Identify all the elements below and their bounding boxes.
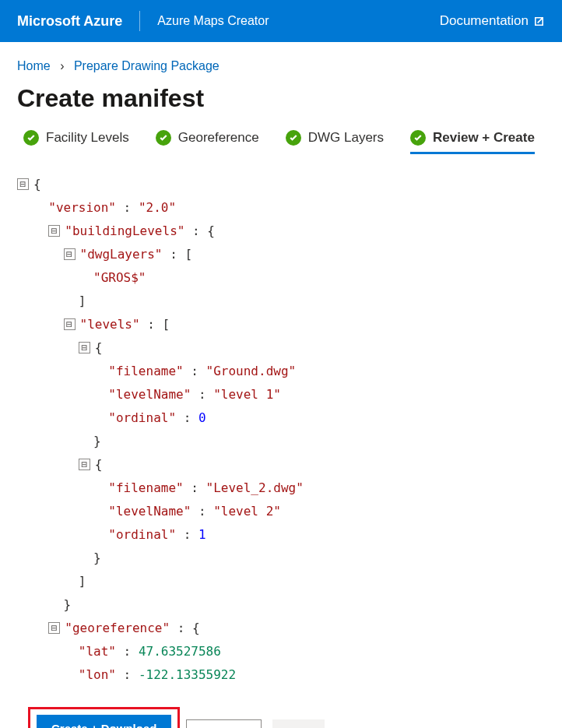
json-colon: : { <box>184 220 215 243</box>
json-value: 1 <box>198 523 206 547</box>
json-bracket: : [ <box>163 243 193 266</box>
json-value: -122.13355922 <box>139 663 236 687</box>
check-circle-icon <box>286 130 301 146</box>
json-bracket: ] <box>33 570 86 593</box>
json-key: "filename" <box>108 477 183 500</box>
json-key: "levels" <box>80 313 140 336</box>
json-key: "ordinal" <box>108 406 176 430</box>
top-bar-divider <box>139 11 140 31</box>
top-bar: Microsoft Azure Azure Maps Creator Docum… <box>0 0 562 42</box>
json-key: "version" <box>48 196 116 220</box>
json-key: "dwgLayers" <box>80 243 163 266</box>
documentation-link[interactable]: Documentation <box>440 13 545 29</box>
collapse-toggle-icon[interactable]: ⊟ <box>79 342 90 353</box>
json-key: "georeference" <box>65 617 170 640</box>
json-key: "lon" <box>79 663 116 687</box>
tab-label: Georeference <box>178 130 259 146</box>
tab-review-create[interactable]: Review + Create <box>410 130 535 154</box>
json-value: 0 <box>198 406 206 430</box>
json-value: "Level_2.dwg" <box>206 477 304 500</box>
collapse-toggle-icon[interactable]: ⊟ <box>48 225 60 237</box>
check-circle-icon <box>410 130 426 146</box>
footer-actions: Create + Download Previous Next <box>0 702 562 728</box>
collapse-toggle-icon[interactable]: ⊟ <box>64 248 76 260</box>
json-brace: { <box>95 336 103 360</box>
tab-georeference[interactable]: Georeference <box>156 130 259 154</box>
tab-label: DWG Layers <box>308 130 384 146</box>
check-circle-icon <box>23 130 39 146</box>
json-viewer: ⊟{ "version" : "2.0" ⊟"buildingLevels" :… <box>0 162 562 702</box>
tab-dwg-layers[interactable]: DWG Layers <box>286 130 384 154</box>
json-bracket: ] <box>33 290 86 313</box>
json-brace: : { <box>170 617 200 640</box>
stepper-tabs: Facility Levels Georeference DWG Layers … <box>0 130 562 162</box>
brand-logo[interactable]: Microsoft Azure <box>17 13 139 30</box>
collapse-toggle-icon[interactable]: ⊟ <box>48 622 60 634</box>
breadcrumb-separator: › <box>60 59 64 72</box>
json-value: "2.0" <box>139 196 176 220</box>
json-line <box>33 196 48 220</box>
json-key: "levelName" <box>108 383 191 406</box>
breadcrumb-page[interactable]: Prepare Drawing Package <box>74 59 220 72</box>
json-brace: } <box>33 430 101 453</box>
tab-facility-levels[interactable]: Facility Levels <box>23 130 129 154</box>
json-brace: } <box>33 547 101 570</box>
json-key: "filename" <box>108 360 183 383</box>
json-bracket: : [ <box>140 313 170 336</box>
collapse-toggle-icon[interactable]: ⊟ <box>64 318 76 330</box>
tab-label: Review + Create <box>433 130 535 146</box>
json-value: "level 1" <box>213 383 281 406</box>
json-key: "levelName" <box>108 500 191 523</box>
json-value: "Ground.dwg" <box>206 360 297 383</box>
documentation-label: Documentation <box>440 13 529 29</box>
create-download-button[interactable]: Create + Download <box>37 715 171 728</box>
breadcrumb-home[interactable]: Home <box>17 59 51 72</box>
highlight-box: Create + Download <box>28 707 180 728</box>
check-circle-icon <box>156 130 171 146</box>
json-value: 47.63527586 <box>139 640 221 663</box>
collapse-toggle-icon[interactable]: ⊟ <box>79 459 90 470</box>
next-button: Next <box>272 719 325 728</box>
tab-label: Facility Levels <box>46 130 129 146</box>
external-link-icon <box>533 16 545 27</box>
collapse-toggle-icon[interactable]: ⊟ <box>17 178 29 190</box>
json-value: "level 2" <box>213 500 281 523</box>
json-value: "GROS$" <box>93 266 146 290</box>
json-brace: } <box>33 593 71 617</box>
previous-button[interactable]: Previous <box>186 719 261 728</box>
json-brace: { <box>95 453 103 477</box>
json-key: "ordinal" <box>108 523 176 547</box>
page-title: Create manifest <box>0 84 562 130</box>
json-brace: { <box>33 173 41 196</box>
json-colon: : <box>116 196 139 220</box>
breadcrumb: Home › Prepare Drawing Package <box>0 42 562 84</box>
json-key: "buildingLevels" <box>65 220 184 243</box>
json-key: "lat" <box>79 640 116 663</box>
product-name: Azure Maps Creator <box>142 14 269 28</box>
